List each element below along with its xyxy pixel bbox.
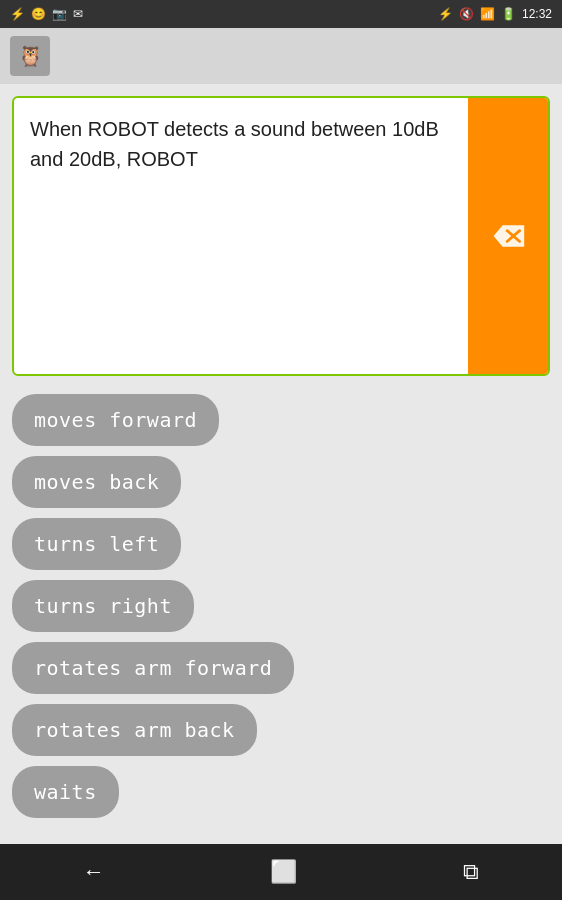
status-bar: ⚡ 😊 📷 ✉ ⚡ 🔇 📶 🔋 12:32 — [0, 0, 562, 28]
action-waits[interactable]: waits — [12, 766, 119, 818]
bottom-nav: ← ⬜ ⧉ — [0, 844, 562, 900]
recent-button[interactable]: ⧉ — [443, 851, 499, 893]
action-moves-forward[interactable]: moves forward — [12, 394, 219, 446]
delete-button[interactable] — [468, 98, 548, 374]
wifi-icon: 📶 — [480, 7, 495, 21]
notification-icon-3: ✉ — [73, 7, 83, 21]
bluetooth-status-icon: ⚡ — [438, 7, 453, 21]
status-left-icons: ⚡ 😊 📷 ✉ — [10, 7, 83, 21]
action-rotates-arm-back[interactable]: rotates arm back — [12, 704, 257, 756]
condition-box: When ROBOT detects a sound between 10dB … — [12, 96, 550, 376]
action-rotates-arm-forward[interactable]: rotates arm forward — [12, 642, 294, 694]
action-list: moves forward moves back turns left turn… — [12, 394, 550, 826]
volume-icon: 🔇 — [459, 7, 474, 21]
condition-text-value: When ROBOT detects a sound between 10dB … — [30, 118, 439, 170]
status-right-icons: ⚡ 🔇 📶 🔋 12:32 — [438, 7, 552, 21]
notification-icon-1: 😊 — [31, 7, 46, 21]
owl-icon: 🦉 — [18, 44, 43, 68]
svg-marker-0 — [494, 225, 525, 247]
battery-icon: 🔋 — [501, 7, 516, 21]
back-button[interactable]: ← — [63, 851, 125, 893]
home-button[interactable]: ⬜ — [250, 851, 317, 893]
top-bar: 🦉 — [0, 28, 562, 84]
app-icon: 🦉 — [10, 36, 50, 76]
notification-icon-2: 📷 — [52, 7, 67, 21]
action-turns-right[interactable]: turns right — [12, 580, 194, 632]
action-moves-back[interactable]: moves back — [12, 456, 181, 508]
bluetooth-icon: ⚡ — [10, 7, 25, 21]
condition-text: When ROBOT detects a sound between 10dB … — [14, 98, 468, 374]
action-turns-left[interactable]: turns left — [12, 518, 181, 570]
main-content: When ROBOT detects a sound between 10dB … — [0, 84, 562, 844]
clock: 12:32 — [522, 7, 552, 21]
backspace-icon — [490, 218, 526, 254]
